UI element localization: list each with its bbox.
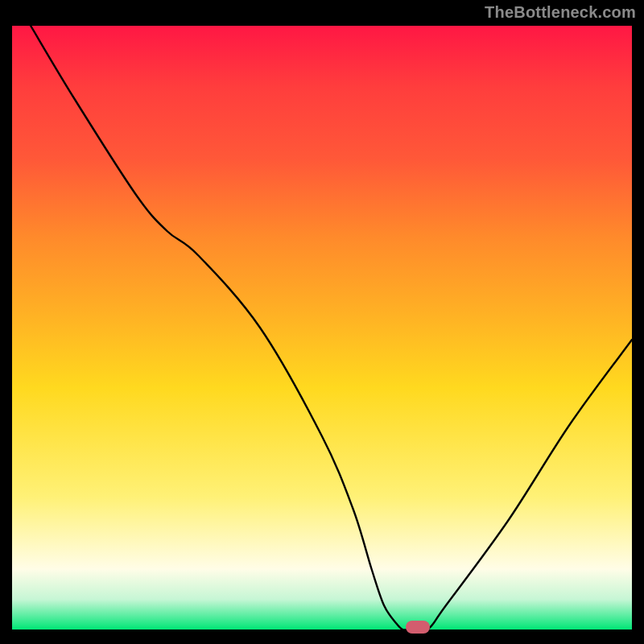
optimal-marker: [406, 621, 430, 634]
watermark-text: TheBottleneck.com: [485, 3, 636, 22]
chart-frame: TheBottleneck.com: [0, 0, 644, 644]
curve-path: [31, 26, 632, 630]
plot-area: [12, 26, 632, 630]
bottleneck-curve: [12, 26, 632, 630]
